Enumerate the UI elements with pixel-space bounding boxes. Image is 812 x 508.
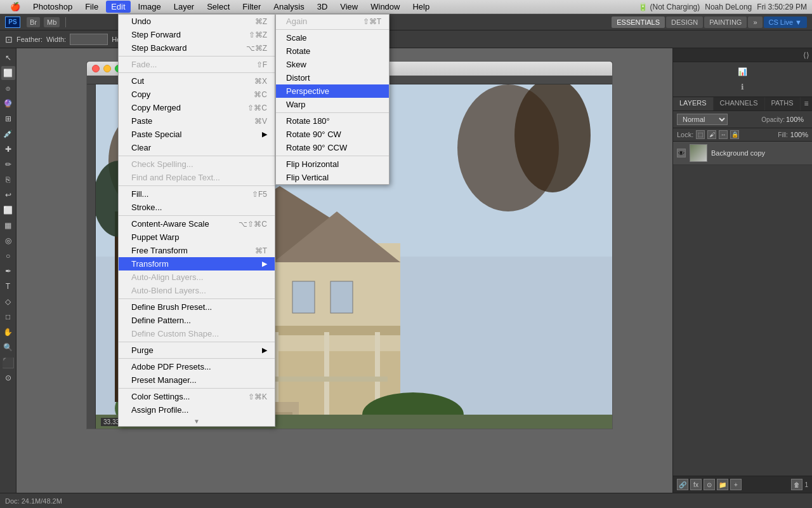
width-input[interactable] [70, 34, 108, 45]
apple-menu[interactable]: 🍎 [5, 1, 25, 13]
lasso-tool[interactable]: ⌾ [1, 81, 15, 95]
fg-bg-colors[interactable]: ⬛ [1, 356, 15, 370]
history-tool[interactable]: ↩ [1, 188, 15, 202]
submenu-again[interactable]: Again ⇧⌘T [276, 15, 389, 28]
ws-design[interactable]: DESIGN [666, 17, 703, 28]
blur-tool[interactable]: ◎ [1, 234, 15, 248]
menu-select[interactable]: Select [202, 1, 235, 13]
window-close[interactable] [92, 65, 100, 72]
menu-layer[interactable]: Layer [169, 1, 200, 13]
submenu-rotate[interactable]: Rotate [276, 44, 389, 58]
move-tool[interactable]: ↖ [1, 51, 15, 65]
info-icon[interactable]: ℹ [736, 80, 750, 94]
menu-content-aware-scale[interactable]: Content-Aware Scale ⌥⇧⌘C [119, 217, 275, 231]
menu-3d[interactable]: 3D [312, 1, 333, 13]
submenu-flip-v[interactable]: Flip Vertical [276, 171, 389, 184]
submenu-rotate-ccw[interactable]: Rotate 90° CCW [276, 141, 389, 154]
crop-tool[interactable]: ⊞ [1, 112, 15, 126]
menu-transform[interactable]: Transform ▶ [119, 257, 275, 271]
menu-fade[interactable]: Fade... ⇧F [119, 58, 275, 71]
shape-tool[interactable]: □ [1, 310, 15, 324]
histogram-icon[interactable]: 📊 [736, 65, 750, 79]
lock-transparent-icon[interactable]: ⬚ [696, 130, 705, 139]
menu-step-backward[interactable]: Step Backward ⌥⌘Z [119, 41, 275, 55]
menu-fill[interactable]: Fill... ⇧F5 [119, 187, 275, 201]
path-tool[interactable]: ◇ [1, 295, 15, 309]
expand-panel-icon[interactable]: ⟨⟩ [803, 51, 809, 60]
menu-paste[interactable]: Paste ⌘V [119, 114, 275, 128]
ws-more[interactable]: » [748, 17, 762, 28]
menu-step-forward[interactable]: Step Forward ⇧⌘Z [119, 28, 275, 41]
marquee-tool[interactable]: ⬜ [1, 66, 15, 80]
brush-tool[interactable]: ✏ [1, 157, 15, 171]
menu-edit[interactable]: Edit [106, 1, 130, 13]
submenu-skew[interactable]: Skew [276, 58, 389, 71]
pen-tool[interactable]: ✒ [1, 264, 15, 278]
panel-menu-icon[interactable]: ≡ [801, 97, 812, 110]
ws-essentials[interactable]: ESSENTIALS [612, 17, 665, 28]
menu-stroke[interactable]: Stroke... [119, 201, 275, 214]
menu-free-transform[interactable]: Free Transform ⌘T [119, 244, 275, 257]
tab-layers[interactable]: LAYERS [673, 97, 714, 110]
menu-image[interactable]: Image [133, 1, 166, 13]
quick-select-tool[interactable]: 🔮 [1, 97, 15, 110]
submenu-scale[interactable]: Scale [276, 31, 389, 44]
menu-define-pattern[interactable]: Define Pattern... [119, 314, 275, 327]
menu-help[interactable]: Help [407, 1, 435, 13]
menu-filter[interactable]: Filter [237, 1, 266, 13]
layer-visibility[interactable]: 👁 [677, 149, 686, 157]
eyedropper-tool[interactable]: 💉 [1, 127, 15, 141]
ws-painting[interactable]: PAINTING [704, 17, 747, 28]
menu-view[interactable]: View [335, 1, 363, 13]
bridge-button[interactable]: Br [27, 17, 40, 27]
menu-purge[interactable]: Purge ▶ [119, 344, 275, 357]
menu-photoshop[interactable]: Photoshop [28, 1, 77, 13]
zoom-tool[interactable]: 🔍 [1, 340, 15, 354]
menu-assign-profile[interactable]: Assign Profile... [119, 403, 275, 417]
quick-mask[interactable]: ⊙ [1, 371, 15, 385]
menu-undo[interactable]: Undo ⌘Z [119, 15, 275, 28]
type-tool[interactable]: T [1, 279, 15, 293]
tab-paths[interactable]: PATHS [765, 97, 801, 110]
cs-live-button[interactable]: CS Live ▼ [764, 17, 807, 28]
menu-pdf-presets[interactable]: Adobe PDF Presets... [119, 360, 275, 373]
menu-check-spelling[interactable]: Check Spelling... [119, 157, 275, 171]
delete-layer-button[interactable]: 🗑 [791, 479, 802, 490]
layer-item[interactable]: 👁 Background copy [673, 142, 812, 165]
mini-bridge-button[interactable]: Mb [44, 17, 60, 27]
submenu-rotate-180[interactable]: Rotate 180° [276, 114, 389, 128]
new-layer-button[interactable]: + [730, 479, 742, 490]
gradient-tool[interactable]: ▦ [1, 218, 15, 232]
menu-preset-manager[interactable]: Preset Manager... [119, 373, 275, 387]
window-minimize[interactable] [103, 65, 111, 72]
menu-define-brush[interactable]: Define Brush Preset... [119, 300, 275, 314]
clone-tool[interactable]: ⎘ [1, 173, 15, 187]
new-group-button[interactable]: 📁 [717, 479, 728, 490]
menu-auto-align[interactable]: Auto-Align Layers... [119, 271, 275, 284]
menu-clear[interactable]: Clear [119, 141, 275, 154]
link-layers-button[interactable]: 🔗 [677, 479, 688, 490]
menu-define-shape[interactable]: Define Custom Shape... [119, 327, 275, 340]
add-mask-button[interactable]: ⊙ [704, 479, 715, 490]
hand-tool[interactable]: ✋ [1, 325, 15, 339]
menu-puppet-warp[interactable]: Puppet Warp [119, 231, 275, 244]
menu-file[interactable]: File [80, 1, 103, 13]
healing-tool[interactable]: ✚ [1, 142, 15, 156]
submenu-rotate-cw[interactable]: Rotate 90° CW [276, 128, 389, 141]
menu-analysis[interactable]: Analysis [268, 1, 309, 13]
lock-image-icon[interactable]: 🖌 [707, 130, 716, 139]
submenu-distort[interactable]: Distort [276, 71, 389, 84]
submenu-perspective[interactable]: Perspective [276, 84, 389, 98]
menu-cut[interactable]: Cut ⌘X [119, 74, 275, 88]
menu-color-settings[interactable]: Color Settings... ⇧⌘K [119, 390, 275, 403]
menu-paste-special[interactable]: Paste Special ▶ [119, 128, 275, 141]
menu-copy-merged[interactable]: Copy Merged ⇧⌘C [119, 101, 275, 114]
menu-copy[interactable]: Copy ⌘C [119, 88, 275, 101]
tab-channels[interactable]: CHANNELS [714, 97, 765, 110]
submenu-warp[interactable]: Warp [276, 98, 389, 111]
dodge-tool[interactable]: ○ [1, 249, 15, 263]
submenu-flip-h[interactable]: Flip Horizontal [276, 157, 389, 171]
add-style-button[interactable]: fx [690, 479, 702, 490]
menu-find-replace[interactable]: Find and Replace Text... [119, 171, 275, 184]
eraser-tool[interactable]: ⬜ [1, 203, 15, 217]
